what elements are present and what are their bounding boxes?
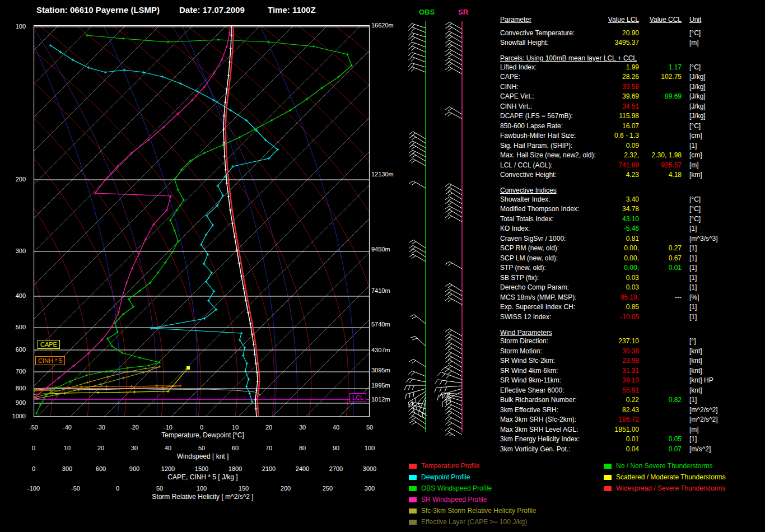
param-label: Storm Direction:	[500, 337, 605, 345]
legend-item: Effective Layer (CAPE >= 100 J/kg)	[409, 516, 536, 528]
param-label: 3km Vorticity Gen. Pot.:	[500, 445, 605, 453]
axis-tick-label: 1800	[228, 465, 242, 472]
param-unit: [°]	[682, 337, 763, 345]
table-row: Storm Motion:30.38[knt]	[500, 346, 763, 356]
table-section-header: Convective Indices	[500, 180, 763, 194]
parameter-table: Parameter Value LCL Value CCL Unit Conve…	[500, 16, 763, 454]
table-row: Max 3km SRH Level AGL:1851.00[m]	[500, 424, 763, 435]
profile-legend: Temperature ProfileDewpoint ProfileOBS W…	[409, 460, 536, 528]
table-row: MCS 18m/s (MMP, MSP):95.19,---[%]	[500, 292, 763, 302]
axis-tick-label: -50	[29, 424, 38, 431]
param-label: Showalter Index:	[500, 195, 605, 203]
param-value-lcl: 0.00,	[605, 244, 639, 252]
axis-tick-label: 40	[165, 445, 171, 451]
param-label: KO Index:	[500, 225, 605, 232]
legend-swatch	[409, 475, 417, 480]
axis-tick-label: 2700	[329, 465, 343, 472]
table-row: Derecho Comp Param:0.03[1]	[500, 283, 763, 293]
legend-label: No / Non Severe Thunderstorms	[616, 462, 713, 470]
temperature-profile	[223, 25, 258, 417]
axis-tick-label: 90	[333, 445, 339, 451]
table-row: Exp. Supercell Index CH:0.85[1]	[500, 302, 763, 312]
axis-tick-label: 300	[365, 485, 375, 492]
param-unit: [1]	[682, 244, 763, 252]
table-row: STP (new, old):0.00,0.01[1]	[500, 263, 763, 273]
param-unit: [m^2/s^2]	[682, 406, 763, 414]
table-row: Max. Hail Size (new, new2, old):2.32,2.3…	[500, 151, 763, 161]
axis-tick-label: 2400	[296, 465, 309, 472]
param-label: Craven SigSvr / 1000:	[500, 235, 605, 242]
param-value-ccl: 0.82	[639, 396, 682, 404]
param-label: 850-600 Lapse Rate:	[500, 122, 605, 130]
param-label: CAPE Virt.:	[500, 92, 605, 100]
wind-barb	[412, 27, 426, 32]
table-row: Convective Height:4.234.18[km]	[500, 170, 763, 180]
axis-tick-label: 1500	[195, 465, 208, 472]
axis-tick-label: 70	[265, 445, 272, 451]
wind-barb	[450, 432, 462, 436]
pressure-tick-label: 900	[16, 399, 26, 406]
param-label: Bulk Richardson Number:	[500, 396, 605, 404]
table-row: Effective Shear 6000:55.91[knt]	[500, 385, 763, 395]
axis-title: CAPE, CINH * 5 [ J/kg ]	[167, 473, 237, 481]
param-value-lcl: 20.90	[605, 29, 639, 37]
param-value-ccl: ---	[639, 293, 682, 301]
axis-tick-label: 1200	[161, 465, 175, 472]
pressure-tick-label: 200	[16, 176, 26, 183]
param-unit: [1]	[682, 313, 763, 321]
axis-tick-label: -50	[71, 485, 80, 492]
axis-title: Temperature, Dewpoint [°C]	[161, 431, 244, 439]
axis-tick-label: 20	[97, 445, 104, 451]
table-header: Parameter Value LCL Value CCL Unit	[500, 16, 763, 28]
legend-item: SR Windspeed Profile	[409, 494, 536, 505]
axis-tick-label: 80	[299, 445, 306, 451]
param-value-lcl: 2.32,	[605, 151, 639, 159]
wind-barb	[413, 254, 426, 262]
wind-barb	[413, 181, 426, 188]
param-unit: [J/kg]	[682, 83, 763, 91]
param-unit: [°C]	[682, 63, 763, 71]
param-value-lcl: 0.00,	[605, 264, 639, 272]
param-label: SR Wind 4km-6km:	[500, 367, 605, 375]
obs-column-label: OBS	[419, 8, 435, 16]
axis-tick-label: 100	[365, 445, 375, 451]
param-value-lcl: 741.89	[605, 161, 639, 169]
wind-barb	[436, 386, 462, 388]
table-row: 850-600 Lapse Rate:16.07[°C]	[500, 121, 763, 131]
wind-barb	[412, 46, 426, 52]
axis-tick-label: -20	[130, 424, 139, 431]
param-label: MCS 18m/s (MMP, MSP):	[500, 293, 605, 301]
axis-tick-label: 300	[62, 465, 72, 472]
table-row: SR Wind 9km-11km:39.10[knt] HP	[500, 376, 763, 386]
pressure-tick-label: 1000	[12, 413, 26, 419]
param-value-ccl: 4.18	[639, 171, 682, 179]
table-row: Convective Temperature:20.90[°C]	[500, 28, 763, 38]
param-value-lcl: -10.05	[605, 313, 639, 321]
param-label: Effective Shear 6000:	[500, 386, 605, 394]
table-row: CAPE Virt.:39.6989.69[J/kg]	[500, 92, 763, 102]
table-row: SR Wind Sfc-2km:23.98[knt]	[500, 356, 763, 366]
param-value-lcl: 82.43	[605, 406, 639, 414]
param-value-lcl: 237.10	[605, 337, 639, 345]
table-row: SR Wind 4km-6km:31.31[knt]	[500, 366, 763, 376]
axis-tick-label: 10	[232, 424, 239, 431]
table-row: 3km Vorticity Gen. Pot.:0.040.07[m/s^2]	[500, 444, 763, 454]
axis-tick-label: 250	[323, 485, 333, 492]
param-unit: [J/kg]	[682, 102, 763, 110]
legend-item: Sfc-3km Storm Relative Helicity Profile	[409, 505, 536, 516]
axis-tick-label: 600	[96, 465, 106, 472]
wind-barb	[441, 372, 462, 380]
legend-label: Sfc-3km Storm Relative Helicity Profile	[421, 507, 536, 515]
param-unit: [m]	[682, 426, 763, 433]
axis-tick-label: 50	[156, 485, 163, 492]
param-unit: [°C]	[682, 215, 763, 223]
param-label: SR Wind 9km-11km:	[500, 376, 605, 384]
axis-tick-label: 0	[32, 445, 35, 451]
param-value-lcl: 95.19,	[605, 293, 639, 301]
param-value-lcl: 30.38	[605, 347, 639, 355]
param-value-lcl: 0.22	[605, 396, 639, 404]
param-unit: [°C]	[682, 205, 763, 213]
axis-tick-label: 20	[265, 424, 272, 431]
param-value-lcl: 31.31	[605, 367, 639, 375]
axis-tick-label: -30	[96, 424, 105, 431]
